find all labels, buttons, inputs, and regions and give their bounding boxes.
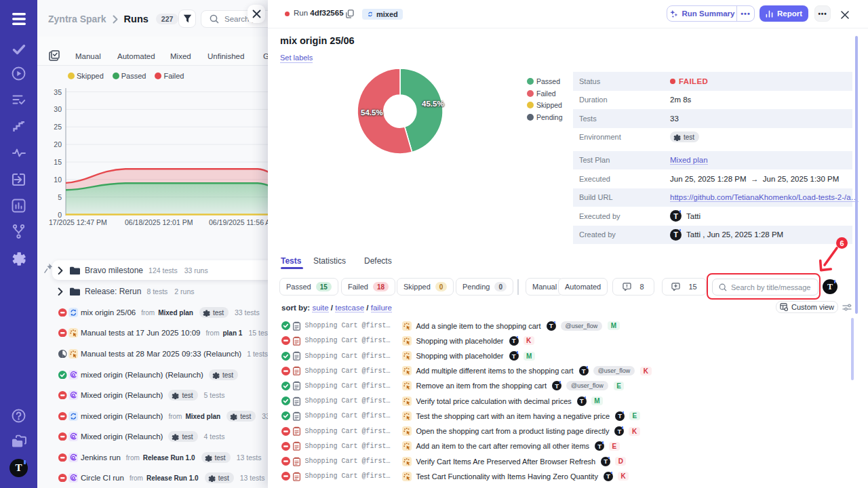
svg-text:10: 10 [54,176,62,184]
svg-text:15: 15 [54,158,62,166]
svg-text:20: 20 [54,140,62,148]
svg-text:35: 35 [54,88,62,96]
svg-text:5: 5 [58,193,62,201]
svg-text:25: 25 [54,123,62,131]
svg-text:06/19/2025 11:56 AM: 06/19/2025 11:56 AM [209,218,271,226]
svg-text:0: 0 [58,211,62,219]
svg-text:17/2025 12:47 PM: 17/2025 12:47 PM [49,218,107,226]
svg-text:06/18/2025 12:01 PM: 06/18/2025 12:01 PM [125,218,193,226]
svg-text:30: 30 [54,105,62,113]
